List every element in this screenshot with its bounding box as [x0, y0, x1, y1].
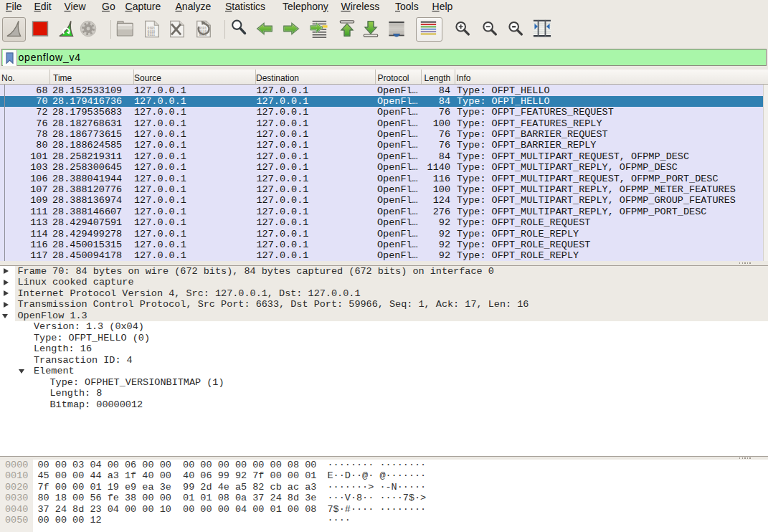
svg-text:0111: 0111 [148, 33, 156, 37]
